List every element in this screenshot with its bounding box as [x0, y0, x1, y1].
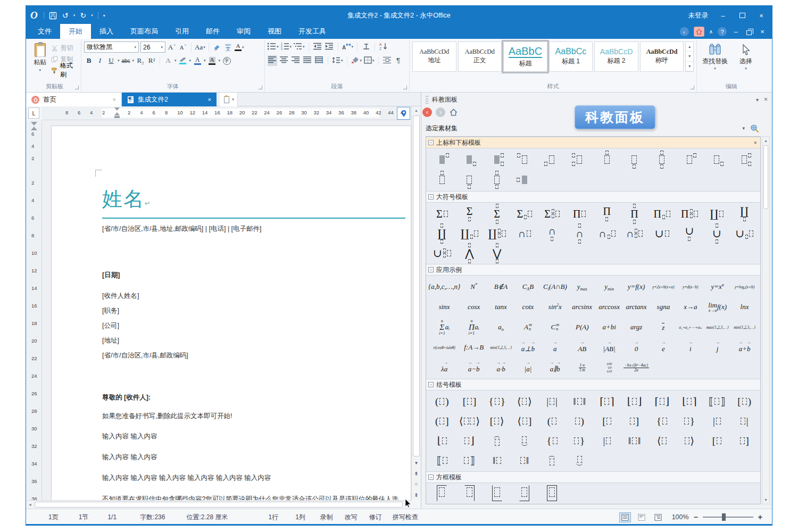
bracket-template-item[interactable]: {	[656, 415, 667, 427]
bracket-template-item[interactable]: ⌊⌋	[627, 395, 642, 408]
bigop-template-item[interactable]: Σ	[436, 209, 448, 219]
bracket-template-item[interactable]: ⌈⌉	[600, 395, 614, 408]
formula-example[interactable]: max{1,2,3,…}	[706, 325, 729, 330]
styles-dialog-launcher[interactable]	[691, 86, 694, 89]
save-button[interactable]	[49, 11, 57, 20]
formula-example[interactable]: y=2x+b(x+a)	[652, 285, 674, 289]
font-name-combo[interactable]: 微软雅黑▾	[84, 41, 139, 53]
status-9[interactable]: 修订	[369, 513, 382, 522]
bracket-template-item[interactable]: ‖	[493, 455, 501, 467]
web-layout-view-button[interactable]	[636, 512, 647, 522]
bracket-template-item[interactable]: {}	[489, 396, 505, 408]
panel-drag-handle[interactable]	[426, 96, 428, 104]
formula-example[interactable]: y=logₐ(x+b)	[735, 285, 754, 289]
bracket-template-item[interactable]: ‖	[520, 455, 529, 467]
decrease-indent-button[interactable]	[313, 41, 322, 52]
status-1[interactable]: 1节	[79, 513, 89, 522]
status-3[interactable]: 字数:236	[140, 513, 165, 522]
styles-more-button[interactable]: ▼	[686, 62, 693, 71]
formula-example[interactable]: ymax	[577, 282, 587, 291]
collapse-icon[interactable]: −	[428, 194, 434, 200]
font-dialog-launcher[interactable]	[259, 86, 262, 89]
formula-example[interactable]: r(cosθ+isinθ)	[434, 345, 455, 350]
formula-example[interactable]: P(A)	[576, 323, 589, 331]
formula-example[interactable]: nΣi=1aᵢ	[439, 319, 450, 336]
section-header-4[interactable]: −方框模板	[426, 471, 760, 483]
char-shading-button[interactable]: A	[207, 55, 217, 66]
clipboard-dialog-launcher[interactable]	[75, 86, 79, 89]
borders-dropdown[interactable]: ▾	[372, 59, 375, 63]
ribbon-tab-2[interactable]: 插入	[91, 24, 122, 39]
bigop-template-item[interactable]: Σ	[494, 204, 500, 224]
vertical-ruler[interactable]: 6422468101214161820222426283032343638	[26, 120, 42, 500]
formula-example[interactable]: y=d(a−b)	[683, 285, 699, 289]
bigop-template-item[interactable]: ∐	[488, 228, 506, 239]
formula-example[interactable]: nΠi=1aᵢ	[469, 319, 479, 336]
doc-close-button[interactable]: ×	[758, 28, 767, 36]
formula-example[interactable]: sin2x	[548, 303, 562, 311]
redo-dropdown[interactable]: ▾	[91, 13, 93, 18]
scroll-left-arrow[interactable]: ◄	[26, 501, 34, 509]
char-scale-button[interactable]: A▾	[342, 41, 354, 52]
bigop-template-item[interactable]: Π	[653, 209, 670, 219]
doc-restore-button[interactable]	[745, 28, 753, 36]
bigop-template-item[interactable]: ∩	[576, 223, 583, 244]
script-template-item[interactable]	[599, 152, 615, 168]
status-4[interactable]: 位置:2.28 厘米	[186, 513, 228, 522]
formula-example[interactable]: argz	[630, 323, 643, 331]
bigop-template-item[interactable]: Σ	[517, 209, 533, 219]
formula-example[interactable]: 100·10110	[606, 362, 612, 373]
formula-example[interactable]: cotx	[522, 303, 534, 311]
zoom-slider[interactable]	[703, 517, 753, 518]
ribbon-tab-3[interactable]: 页面布局	[122, 24, 167, 39]
bigop-template-item[interactable]: Π	[573, 209, 586, 219]
formula-example[interactable]: arccosx	[598, 303, 620, 311]
previous-page-button[interactable]: ⇞	[412, 470, 420, 477]
formula-example[interactable]: min{1,2,3,…}	[734, 325, 755, 330]
status-7[interactable]: 录制	[320, 513, 333, 522]
formula-example[interactable]: 1·n1·m	[579, 363, 586, 372]
ribbon-tab-8[interactable]: 开发工具	[290, 24, 335, 39]
bracket-template-item[interactable]: |	[741, 415, 749, 427]
bigop-template-item[interactable]: ∪	[433, 248, 451, 259]
text-direction-button[interactable]	[361, 41, 371, 52]
styles-scroll-up[interactable]: ▲	[686, 42, 693, 52]
multilevel-list-dropdown[interactable]: ▾	[303, 45, 305, 49]
script-template-item[interactable]	[654, 152, 670, 168]
formula-example[interactable]: sgna	[657, 303, 670, 311]
paste-dropdown[interactable]: ▾	[39, 68, 41, 72]
box-template-item[interactable]	[437, 485, 447, 501]
document-tab-close-icon[interactable]: ×	[208, 96, 211, 103]
section-header-1[interactable]: −大符号模板	[426, 191, 760, 203]
print-layout-view-button[interactable]	[619, 512, 631, 522]
find-replace-button[interactable]: 查找替换 ▾	[700, 41, 730, 71]
bracket-template-item[interactable]: ]	[630, 415, 639, 427]
bigop-template-item[interactable]: ∩	[518, 228, 531, 239]
panel-scrollbar[interactable]: ▲ ▼	[762, 136, 770, 504]
box-template-item[interactable]	[492, 485, 502, 501]
bracket-template-item[interactable]: |	[713, 415, 721, 427]
script-template-item[interactable]	[434, 152, 450, 168]
panel-scroll-up[interactable]: ▲	[762, 137, 769, 145]
bracket-template-item[interactable]	[548, 456, 555, 466]
zoom-out-button[interactable]: −	[694, 513, 698, 521]
next-page-button[interactable]: ⇟	[412, 491, 420, 498]
formula-example[interactable]: z	[662, 323, 664, 332]
script-template-item[interactable]	[489, 152, 505, 168]
collapse-ribbon-button[interactable]: ∧	[709, 29, 713, 35]
ribbon-tab-file[interactable]: 文件	[29, 24, 60, 39]
formula-example[interactable]: Amn	[524, 323, 532, 331]
formula-example[interactable]: arcsinx	[572, 303, 592, 311]
bracket-template-item[interactable]: [)	[737, 396, 751, 408]
maximize-button[interactable]	[738, 11, 746, 20]
formula-example[interactable]: a→+b→	[739, 342, 751, 353]
shrink-font-button[interactable]: A+	[178, 42, 188, 53]
formula-example[interactable]: e→	[662, 342, 665, 353]
bracket-template-item[interactable]: ⟧	[464, 454, 475, 467]
formula-example[interactable]: CAB	[522, 282, 534, 291]
panel-menu-dropdown[interactable]: ▾	[756, 97, 759, 103]
formula-example[interactable]: limx→af(x)	[708, 302, 727, 313]
change-case-button[interactable]: Aa▾	[195, 42, 205, 53]
undo-dropdown[interactable]: ▾	[73, 13, 76, 18]
bigop-template-item[interactable]: ∩	[598, 228, 615, 239]
